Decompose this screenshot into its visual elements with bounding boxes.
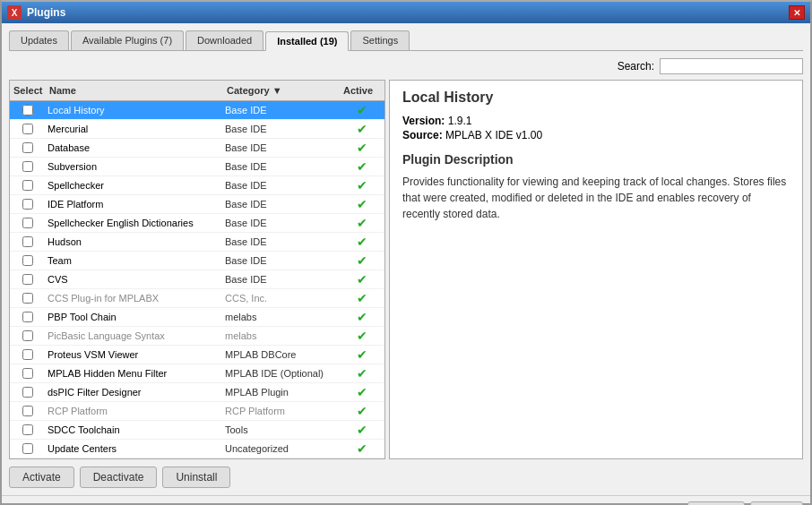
table-row[interactable]: Spellchecker English DictionariesBase ID… xyxy=(10,214,384,233)
table-row[interactable]: CVSBase IDE✔ xyxy=(10,270,384,289)
header-select: Select xyxy=(10,83,46,98)
row-name: Mercurial xyxy=(46,123,223,135)
active-checkmark-icon: ✔ xyxy=(357,404,367,418)
row-name: dsPIC Filter Designer xyxy=(46,386,223,398)
table-row[interactable]: dsPIC Filter DesignerMPLAB Plugin✔ xyxy=(10,383,384,402)
row-checkbox[interactable] xyxy=(10,349,46,360)
table-row[interactable]: SDCC ToolchainTools✔ xyxy=(10,421,384,440)
active-checkmark-icon: ✔ xyxy=(357,385,367,399)
row-category: Base IDE xyxy=(223,254,340,267)
title-bar-left: X Plugins xyxy=(7,5,65,20)
tab-settings[interactable]: Settings xyxy=(350,30,410,50)
window-icon: X xyxy=(7,5,22,20)
row-name: PBP Tool Chain xyxy=(46,311,223,323)
detail-source: Source: MPLAB X IDE v1.00 xyxy=(402,129,790,141)
table-row[interactable]: PBP Tool Chainmelabs✔ xyxy=(10,308,384,327)
row-active: ✔ xyxy=(340,366,384,381)
row-checkbox[interactable] xyxy=(10,274,46,285)
row-checkbox[interactable] xyxy=(10,124,46,134)
plugins-panel: Select Name Category ▼ Active Local Hist… xyxy=(9,80,385,459)
row-checkbox[interactable] xyxy=(10,293,46,304)
row-checkbox[interactable] xyxy=(10,406,46,416)
row-category: melabs xyxy=(223,311,340,323)
row-category: Base IDE xyxy=(223,160,340,173)
row-checkbox[interactable] xyxy=(10,218,46,228)
detail-version: Version: 1.9.1 xyxy=(402,115,790,127)
row-checkbox[interactable] xyxy=(10,142,46,153)
row-active: ✔ xyxy=(340,103,384,117)
table-row[interactable]: DatabaseBase IDE✔ xyxy=(10,139,384,158)
search-label: Search: xyxy=(618,60,654,73)
row-checkbox[interactable] xyxy=(10,236,46,247)
row-checkbox[interactable] xyxy=(10,161,46,172)
row-checkbox[interactable] xyxy=(10,330,46,341)
row-name: MPLAB Hidden Menu Filter xyxy=(46,367,223,380)
active-checkmark-icon: ✔ xyxy=(357,103,367,117)
table-row[interactable]: TeamBase IDE✔ xyxy=(10,252,384,270)
table-row[interactable]: IDE PlatformBase IDE✔ xyxy=(10,195,384,214)
window-title: Plugins xyxy=(27,6,65,19)
row-checkbox[interactable] xyxy=(10,424,46,435)
deactivate-button[interactable]: Deactivate xyxy=(80,466,158,488)
table-row[interactable]: Local HistoryBase IDE✔ xyxy=(10,101,384,120)
table-row[interactable]: RCP PlatformRCP Platform✔ xyxy=(10,402,384,421)
row-name: Team xyxy=(46,254,223,267)
help-button[interactable]: Help xyxy=(750,501,803,505)
row-category: melabs xyxy=(223,330,340,342)
row-checkbox[interactable] xyxy=(10,199,46,210)
row-name: Update Centers xyxy=(46,442,223,455)
active-checkmark-icon: ✔ xyxy=(357,122,367,136)
uninstall-button[interactable]: Uninstall xyxy=(162,466,230,488)
active-checkmark-icon: ✔ xyxy=(357,423,367,437)
row-name: SDCC Toolchain xyxy=(46,424,223,436)
bottom-buttons: Activate Deactivate Uninstall xyxy=(9,466,803,488)
table-row[interactable]: CCS Plug-in for MPLABXCCS, Inc.✔ xyxy=(10,289,384,308)
row-active: ✔ xyxy=(340,347,384,362)
title-buttons: ✕ xyxy=(789,5,805,20)
tab-downloaded[interactable]: Downloaded xyxy=(186,30,263,50)
table-row[interactable]: PicBasic Language Syntaxmelabs✔ xyxy=(10,327,384,346)
row-checkbox[interactable] xyxy=(10,255,46,266)
active-checkmark-icon: ✔ xyxy=(357,159,367,174)
search-input[interactable] xyxy=(660,58,803,74)
tab-installed[interactable]: Installed (19) xyxy=(265,31,349,51)
row-name: Subversion xyxy=(46,160,223,173)
table-row[interactable]: Update CentersUncategorized✔ xyxy=(10,440,384,458)
tab-updates[interactable]: Updates xyxy=(9,30,69,50)
row-checkbox[interactable] xyxy=(10,312,46,322)
row-active: ✔ xyxy=(340,310,384,324)
row-checkbox[interactable] xyxy=(10,368,46,379)
row-checkbox[interactable] xyxy=(10,387,46,398)
active-checkmark-icon: ✔ xyxy=(357,310,367,324)
table-row[interactable]: Proteus VSM ViewerMPLAB DBCore✔ xyxy=(10,346,384,364)
row-checkbox[interactable] xyxy=(10,180,46,191)
table-row[interactable]: MPLAB Hidden Menu FilterMPLAB IDE (Optio… xyxy=(10,364,384,383)
row-name: Local History xyxy=(46,104,223,116)
close-window-icon[interactable]: ✕ xyxy=(789,5,805,20)
search-bar: Search: xyxy=(9,58,803,74)
row-name: Database xyxy=(46,141,223,154)
active-checkmark-icon: ✔ xyxy=(357,216,367,230)
table-header: Select Name Category ▼ Active xyxy=(10,81,384,101)
tab-available-plugins[interactable]: Available Plugins (7) xyxy=(71,30,184,50)
row-active: ✔ xyxy=(340,385,384,399)
active-checkmark-icon: ✔ xyxy=(357,291,367,305)
active-checkmark-icon: ✔ xyxy=(357,441,367,456)
row-active: ✔ xyxy=(340,404,384,418)
tabs-bar: Updates Available Plugins (7) Downloaded… xyxy=(9,30,803,51)
row-name: IDE Platform xyxy=(46,198,223,210)
table-row[interactable]: HudsonBase IDE✔ xyxy=(10,233,384,252)
close-button[interactable]: Close xyxy=(687,501,746,505)
activate-button[interactable]: Activate xyxy=(9,466,74,488)
row-checkbox[interactable] xyxy=(10,105,46,116)
row-name: CCS Plug-in for MPLABX xyxy=(46,292,223,304)
table-row[interactable]: MercurialBase IDE✔ xyxy=(10,120,384,139)
row-category: MPLAB Plugin xyxy=(223,386,340,398)
detail-description: Provides functionality for viewing and k… xyxy=(402,174,790,222)
table-row[interactable]: SpellcheckerBase IDE✔ xyxy=(10,176,384,195)
row-category: Base IDE xyxy=(223,198,340,210)
table-row[interactable]: SubversionBase IDE✔ xyxy=(10,158,384,176)
row-active: ✔ xyxy=(340,178,384,193)
row-checkbox[interactable] xyxy=(10,443,46,454)
row-category: Base IDE xyxy=(223,104,340,116)
